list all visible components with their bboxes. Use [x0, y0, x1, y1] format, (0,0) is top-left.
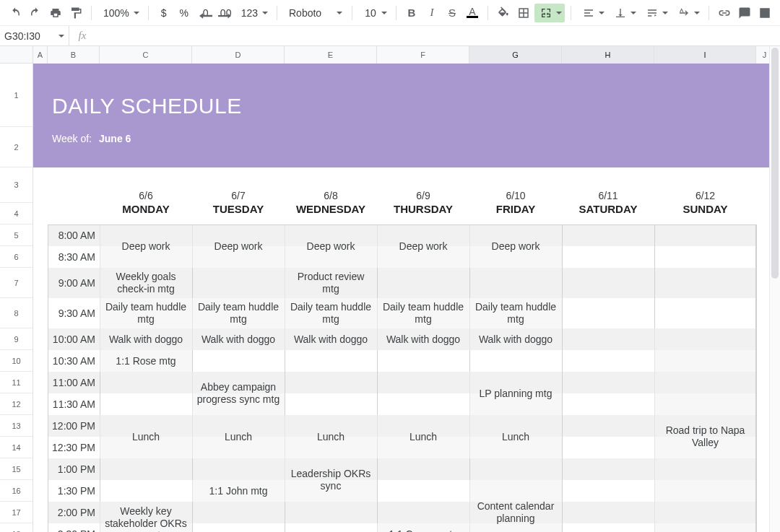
- select-all-corner[interactable]: [0, 46, 33, 64]
- schedule-event[interactable]: Walk with doggo: [192, 328, 285, 350]
- time-label: 1:30 PM: [48, 480, 100, 502]
- column-header-A[interactable]: A: [33, 46, 48, 64]
- font-family-dropdown[interactable]: Roboto: [283, 4, 346, 22]
- italic-button[interactable]: I: [422, 4, 441, 22]
- schedule-event[interactable]: Daily team huddle mtg: [285, 298, 377, 328]
- column-header-I[interactable]: I: [654, 46, 756, 64]
- schedule-event[interactable]: Walk with doggo: [469, 328, 562, 350]
- column-header-F[interactable]: F: [377, 46, 469, 64]
- borders-button[interactable]: [514, 4, 533, 22]
- row-header-15[interactable]: 15: [0, 458, 33, 480]
- insert-link-button[interactable]: [715, 4, 734, 22]
- column-header-D[interactable]: D: [192, 46, 285, 64]
- row-header-1[interactable]: 1: [0, 64, 33, 127]
- row-header-14[interactable]: 14: [0, 437, 33, 458]
- name-box[interactable]: G30:I30: [0, 26, 69, 45]
- column-header-C[interactable]: C: [100, 46, 192, 64]
- bold-button[interactable]: B: [402, 4, 421, 22]
- vertical-align-dropdown[interactable]: [609, 4, 639, 22]
- row-header-7[interactable]: 7: [0, 268, 33, 298]
- vertical-scrollbar[interactable]: [769, 46, 780, 532]
- schedule-event[interactable]: Walk with doggo: [100, 328, 192, 350]
- schedule-event[interactable]: Lunch: [192, 415, 285, 458]
- schedule-event[interactable]: Weekly goals check-in mtg: [100, 268, 192, 298]
- redo-button[interactable]: [26, 4, 45, 22]
- column-header-G[interactable]: G: [469, 46, 562, 64]
- schedule-event[interactable]: Abbey campaign progress sync mtg: [192, 372, 285, 415]
- schedule-event[interactable]: Deep work: [100, 224, 192, 268]
- schedule-event[interactable]: Lunch: [377, 415, 469, 458]
- print-button[interactable]: [46, 4, 65, 22]
- more-formats-dropdown[interactable]: 123: [235, 4, 271, 22]
- row-header-17[interactable]: 17: [0, 502, 33, 523]
- row-header-2[interactable]: 2: [0, 127, 33, 167]
- schedule-event[interactable]: 1:1 John mtg: [192, 480, 285, 502]
- schedule-event[interactable]: Daily team huddle mtg: [469, 298, 562, 328]
- undo-button[interactable]: [6, 4, 25, 22]
- scrollbar-thumb[interactable]: [771, 48, 779, 279]
- schedule-event[interactable]: Product review mtg: [285, 268, 377, 298]
- column-header-B[interactable]: B: [48, 46, 100, 64]
- text-color-button[interactable]: A: [463, 4, 482, 22]
- text-rotation-dropdown[interactable]: [672, 4, 703, 22]
- toolbar-separator: [91, 6, 92, 20]
- decrease-decimal-button[interactable]: .0: [195, 4, 214, 22]
- row-header-3[interactable]: 3: [0, 167, 33, 203]
- schedule-event[interactable]: Daily team huddle mtg: [100, 298, 192, 328]
- formula-input[interactable]: [95, 26, 780, 45]
- row-header-6[interactable]: 6: [0, 246, 33, 268]
- row-header-12[interactable]: 12: [0, 393, 33, 415]
- schedule-event[interactable]: 1:1 Rose mtg: [100, 350, 192, 372]
- schedule-event[interactable]: Lunch: [100, 415, 192, 458]
- horizontal-align-dropdown[interactable]: [577, 4, 607, 22]
- toolbar-separator: [488, 6, 488, 20]
- date-header: 6/11: [562, 167, 654, 203]
- row-header-10[interactable]: 10: [0, 350, 33, 372]
- row-header-16[interactable]: 16: [0, 480, 33, 502]
- schedule-event[interactable]: Deep work: [192, 224, 285, 268]
- row-header-8[interactable]: 8: [0, 298, 33, 328]
- paint-format-button[interactable]: [66, 4, 85, 22]
- text-wrap-dropdown[interactable]: [641, 4, 671, 22]
- increase-decimal-button[interactable]: .00: [215, 4, 234, 22]
- insert-comment-button[interactable]: [735, 4, 754, 22]
- chevron-down-icon: [381, 12, 387, 14]
- schedule-event[interactable]: Daily team huddle mtg: [377, 298, 469, 328]
- schedule-event[interactable]: Lunch: [285, 415, 377, 458]
- schedule-event[interactable]: Deep work: [469, 224, 562, 268]
- schedule-event[interactable]: 1:1 Carson mtg: [377, 523, 469, 532]
- column-header-E[interactable]: E: [285, 46, 377, 64]
- chevron-down-icon: [662, 12, 668, 14]
- insert-chart-button[interactable]: [755, 4, 774, 22]
- schedule-event[interactable]: Deep work: [285, 224, 377, 268]
- format-percent-button[interactable]: %: [175, 4, 194, 22]
- row-header-5[interactable]: 5: [0, 224, 33, 246]
- cells-area[interactable]: DAILY SCHEDULEWeek of:June 66/6MONDAY6/7…: [33, 64, 780, 532]
- fill-color-button[interactable]: [494, 4, 513, 22]
- toolbar-separator: [571, 6, 571, 20]
- row-header-13[interactable]: 13: [0, 415, 33, 437]
- zoom-dropdown[interactable]: 100%: [98, 4, 142, 22]
- schedule-event[interactable]: LP planning mtg: [469, 372, 562, 415]
- day-header: THURSDAY: [377, 203, 469, 224]
- schedule-event[interactable]: Walk with doggo: [377, 328, 469, 350]
- schedule-event[interactable]: Lunch: [469, 415, 562, 458]
- merge-cells-button[interactable]: [534, 4, 565, 22]
- row-header-9[interactable]: 9: [0, 328, 33, 350]
- schedule-event[interactable]: Daily team huddle mtg: [192, 298, 285, 328]
- row-header-18[interactable]: 18: [0, 523, 33, 532]
- toolbar-separator: [708, 6, 709, 20]
- font-size-dropdown[interactable]: 10: [358, 4, 390, 22]
- time-label: 11:30 AM: [48, 393, 100, 415]
- row-header-11[interactable]: 11: [0, 372, 33, 393]
- column-header-H[interactable]: H: [562, 46, 654, 64]
- row-header-4[interactable]: 4: [0, 203, 33, 224]
- schedule-event[interactable]: Leadership OKRs sync: [285, 458, 377, 502]
- strikethrough-button[interactable]: S: [443, 4, 462, 22]
- schedule-event[interactable]: Weekly key stakeholder OKRs sync mtg: [100, 502, 192, 532]
- schedule-event[interactable]: Road trip to Napa Valley: [654, 328, 756, 532]
- schedule-event[interactable]: Deep work: [377, 224, 469, 268]
- format-currency-button[interactable]: $: [155, 4, 173, 22]
- schedule-event[interactable]: Walk with doggo: [285, 328, 377, 350]
- schedule-event[interactable]: Content calendar planning: [469, 480, 562, 532]
